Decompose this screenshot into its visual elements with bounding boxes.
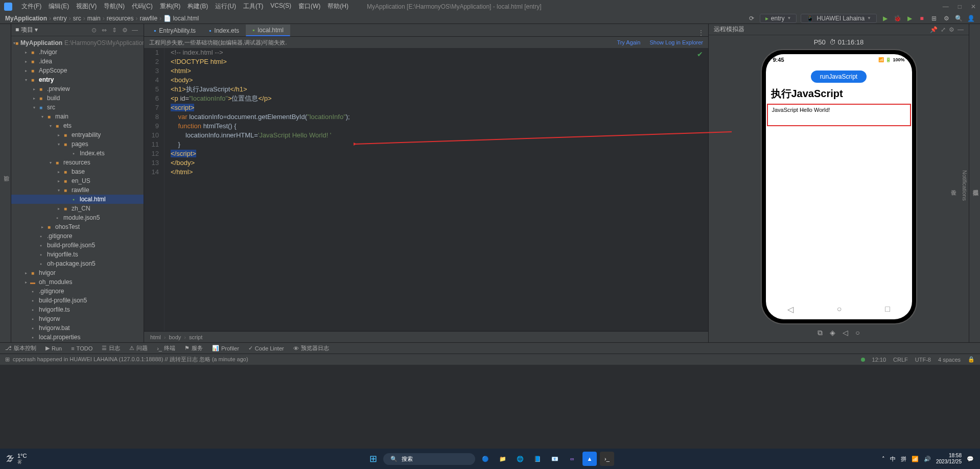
tree-item[interactable]: ▸■en_US xyxy=(11,176,144,185)
tree-item[interactable]: ▸■entryability xyxy=(11,130,144,139)
tree-item[interactable]: ▸■.preview xyxy=(11,84,144,93)
more-icon[interactable]: ⚙ xyxy=(942,14,950,22)
locate-icon[interactable]: ⊙ xyxy=(89,26,99,35)
right-tab-device[interactable]: 设备 xyxy=(949,182,958,189)
tree-item[interactable]: ▪Index.ets xyxy=(11,149,144,158)
tree-item[interactable]: ▪.gitignore xyxy=(11,287,144,296)
emu-rotate-icon[interactable]: ◈ xyxy=(830,329,835,337)
tab-overflow[interactable]: ⋮ xyxy=(694,29,708,36)
caret-position[interactable]: 12:10 xyxy=(872,357,886,363)
bottom-tool[interactable]: ☰日志 xyxy=(102,344,120,352)
bottom-tool[interactable]: ⚑服务 xyxy=(184,344,203,352)
sync-icon[interactable]: ⟳ xyxy=(748,14,756,22)
editor-tab[interactable]: ▪Index.ets xyxy=(202,25,246,36)
tree-item[interactable]: ▸■hvigor xyxy=(11,268,144,277)
menu-item[interactable]: 代码(C) xyxy=(129,1,156,12)
tree-item[interactable]: ▪local.html xyxy=(11,195,144,204)
tree-item[interactable]: ▾■src xyxy=(11,103,144,112)
tray-notification-icon[interactable]: 💬 xyxy=(967,456,974,462)
expand-icon[interactable]: ⤢ xyxy=(941,26,946,33)
tree-item[interactable]: ▪hvigorfile.ts xyxy=(11,305,144,314)
emu-home-icon[interactable]: ○ xyxy=(855,329,859,337)
hide-icon[interactable]: — xyxy=(130,26,139,35)
breadcrumb-item[interactable]: resources xyxy=(107,15,134,22)
tree-item[interactable]: ▸▬oh_modules xyxy=(11,277,144,287)
phone-home-icon[interactable]: ○ xyxy=(837,304,842,314)
tree-item[interactable]: ▸■ohosTest xyxy=(11,222,144,231)
menu-item[interactable]: 文件(F) xyxy=(18,1,44,12)
expand-icon[interactable]: ⇔ xyxy=(100,26,109,35)
menu-item[interactable]: 窗口(W) xyxy=(295,1,323,12)
breadcrumb-item[interactable]: src xyxy=(73,15,81,22)
tray-chevron-icon[interactable]: ˄ xyxy=(882,456,885,462)
taskbar-app-2[interactable]: 📁 xyxy=(496,452,510,466)
tree-item[interactable]: ▪.gitignore xyxy=(11,231,144,241)
tree-root[interactable]: ▾■MyApplication E:\HarmonyOS\MyApplicati… xyxy=(11,38,144,48)
menu-item[interactable]: 视图(V) xyxy=(73,1,100,12)
bottom-tool[interactable]: 📊Profiler xyxy=(212,345,239,351)
breadcrumb-item[interactable]: main xyxy=(87,15,101,22)
tray-ime-1[interactable]: 中 xyxy=(890,455,896,463)
phone-screen[interactable]: 9:45 📶🔋100% runJavaScript 执行JavaScript J… xyxy=(766,54,912,319)
tree-item[interactable]: ▾■pages xyxy=(11,139,144,149)
tree-item[interactable]: ▸■AppScope xyxy=(11,66,144,75)
indent[interactable]: 4 spaces xyxy=(938,357,961,363)
line-ending[interactable]: CRLF xyxy=(893,357,908,363)
try-again-link[interactable]: Try Again xyxy=(617,39,640,45)
menu-item[interactable]: 构建(B) xyxy=(184,1,211,12)
menu-item[interactable]: 运行(U) xyxy=(212,1,239,12)
tree-item[interactable]: ▪build-profile.json5 xyxy=(11,241,144,250)
bottom-tool[interactable]: 👁预览器日志 xyxy=(293,344,329,352)
taskbar-search[interactable]: 🔍 搜索 xyxy=(383,453,475,465)
close-button[interactable]: ✕ xyxy=(971,3,976,10)
menu-item[interactable]: 帮助(H) xyxy=(324,1,352,12)
settings-icon[interactable]: ⚙ xyxy=(949,26,954,33)
tray-volume-icon[interactable]: 🔊 xyxy=(924,456,931,462)
breadcrumb-item[interactable]: rawfile xyxy=(139,15,157,22)
stop-icon[interactable]: ■ xyxy=(918,14,926,22)
menu-item[interactable]: 导航(N) xyxy=(101,1,128,12)
tree-item[interactable]: ▪module.json5 xyxy=(11,213,144,222)
taskbar-edge[interactable]: 🌐 xyxy=(513,452,527,466)
editor-tab[interactable]: ▪local.html xyxy=(246,25,290,36)
breadcrumb-item[interactable]: entry xyxy=(53,15,67,22)
code-editor[interactable]: 1234567891011121314 <!-- index.html --><… xyxy=(144,48,708,331)
tree-item[interactable]: ▪oh-package.json5 xyxy=(11,342,144,342)
emu-screenshot-icon[interactable]: ⧉ xyxy=(818,329,823,337)
start-button[interactable]: ⊞ xyxy=(366,452,380,466)
editor-crumb-item[interactable]: body xyxy=(169,334,181,340)
taskbar-app-3[interactable]: 📘 xyxy=(530,452,545,466)
minimize-button[interactable]: — xyxy=(943,3,949,10)
settings-icon[interactable]: ⚙ xyxy=(120,26,129,35)
tree-item[interactable]: ▾■resources xyxy=(11,158,144,167)
taskbar-app-1[interactable]: 🔵 xyxy=(478,452,493,466)
taskbar-terminal[interactable]: ›_ xyxy=(600,452,614,466)
bottom-tool[interactable]: ▶Run xyxy=(45,345,62,351)
show-log-link[interactable]: Show Log in Explorer xyxy=(649,39,703,45)
bottom-tool[interactable]: ✓Code Linter xyxy=(248,345,284,351)
tree-item[interactable]: ▸■base xyxy=(11,167,144,176)
tree-item[interactable]: ▾■main xyxy=(11,112,144,121)
device-selector[interactable]: 📱HUAWEI Lahaina▼ xyxy=(801,14,877,23)
run-config-selector[interactable]: ▸entry▼ xyxy=(760,14,797,23)
editor-crumb-item[interactable]: script xyxy=(189,334,202,340)
tree-item[interactable]: ▪hvigorw.bat xyxy=(11,323,144,333)
emu-back-icon[interactable]: ◁ xyxy=(843,329,848,337)
taskbar-deveco[interactable]: ▲ xyxy=(582,452,597,466)
project-tree[interactable]: ▾■MyApplication E:\HarmonyOS\MyApplicati… xyxy=(11,36,144,342)
tree-item[interactable]: ▪hvigorfile.ts xyxy=(11,250,144,259)
run-icon[interactable]: ▶ xyxy=(881,14,889,22)
tree-item[interactable]: ▪hvigorw xyxy=(11,314,144,323)
tray-wifi-icon[interactable]: 📶 xyxy=(912,456,919,462)
encoding[interactable]: UTF-8 xyxy=(915,357,931,363)
debug-icon[interactable]: 🐞 xyxy=(893,14,901,22)
pin-icon[interactable]: 📌 xyxy=(930,26,938,33)
maximize-button[interactable]: □ xyxy=(958,3,962,10)
bottom-tool[interactable]: ≡TODO xyxy=(71,345,92,351)
menu-item[interactable]: 工具(T) xyxy=(240,1,266,12)
taskbar-weather[interactable]: 🌫 1°C雾 xyxy=(6,453,27,465)
collapse-icon[interactable]: ⇕ xyxy=(110,26,119,35)
right-tab-emulator[interactable]: 远程模拟器 xyxy=(971,182,980,189)
right-tab-notifications[interactable]: Notifications xyxy=(961,167,968,204)
tree-item[interactable]: ▸■.idea xyxy=(11,57,144,66)
